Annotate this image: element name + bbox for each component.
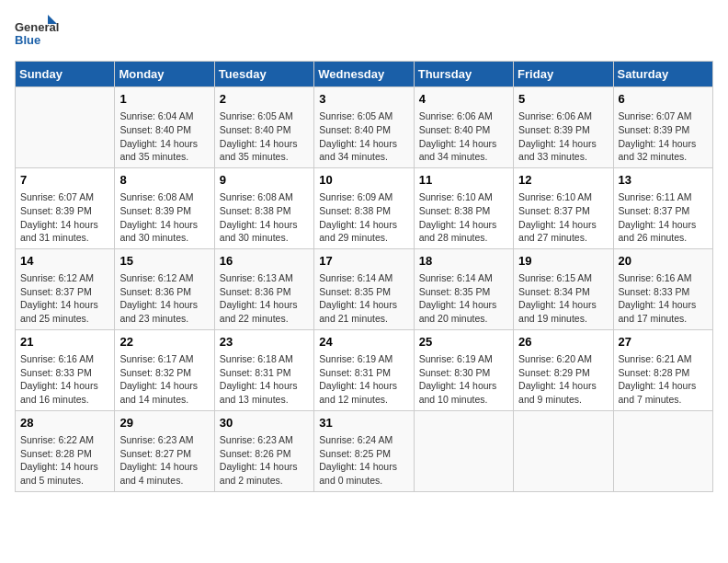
calendar-cell: 29Sunrise: 6:23 AM Sunset: 8:27 PM Dayli… [115, 410, 214, 491]
day-content: Sunrise: 6:08 AM Sunset: 8:39 PM Dayligh… [119, 190, 209, 245]
day-number: 27 [619, 334, 708, 350]
day-content: Sunrise: 6:23 AM Sunset: 8:26 PM Dayligh… [220, 433, 309, 488]
day-content: Sunrise: 6:14 AM Sunset: 8:35 PM Dayligh… [419, 271, 508, 326]
day-number: 13 [619, 172, 708, 189]
day-content: Sunrise: 6:20 AM Sunset: 8:29 PM Dayligh… [518, 352, 608, 407]
calendar-cell: 24Sunrise: 6:19 AM Sunset: 8:31 PM Dayli… [314, 329, 414, 410]
day-number: 19 [518, 253, 608, 270]
calendar-cell: 22Sunrise: 6:17 AM Sunset: 8:32 PM Dayli… [115, 329, 214, 410]
calendar-cell: 13Sunrise: 6:11 AM Sunset: 8:37 PM Dayli… [613, 167, 712, 248]
day-content: Sunrise: 6:12 AM Sunset: 8:37 PM Dayligh… [20, 271, 109, 326]
calendar-cell: 10Sunrise: 6:09 AM Sunset: 8:38 PM Dayli… [314, 167, 414, 248]
day-number: 30 [220, 415, 309, 431]
day-number: 8 [119, 172, 209, 189]
day-content: Sunrise: 6:09 AM Sunset: 8:38 PM Dayligh… [319, 190, 408, 245]
weekday-header: Tuesday [214, 62, 313, 87]
day-number: 26 [518, 334, 608, 350]
calendar-cell: 19Sunrise: 6:15 AM Sunset: 8:34 PM Dayli… [514, 248, 613, 329]
day-number: 17 [319, 253, 408, 270]
calendar-cell: 28Sunrise: 6:22 AM Sunset: 8:28 PM Dayli… [16, 410, 115, 491]
calendar-week-row: 14Sunrise: 6:12 AM Sunset: 8:37 PM Dayli… [16, 248, 713, 329]
logo: GeneralBlue [15, 15, 61, 52]
day-number: 28 [20, 415, 109, 431]
day-number: 14 [20, 253, 109, 270]
day-content: Sunrise: 6:04 AM Sunset: 8:40 PM Dayligh… [119, 109, 209, 164]
day-number: 2 [220, 91, 309, 108]
calendar-cell: 2Sunrise: 6:05 AM Sunset: 8:40 PM Daylig… [214, 87, 313, 168]
calendar-cell: 16Sunrise: 6:13 AM Sunset: 8:36 PM Dayli… [214, 248, 313, 329]
page-header: GeneralBlue [15, 15, 713, 52]
day-number: 18 [419, 253, 508, 270]
day-content: Sunrise: 6:07 AM Sunset: 8:39 PM Dayligh… [20, 190, 109, 245]
day-content: Sunrise: 6:07 AM Sunset: 8:39 PM Dayligh… [619, 109, 708, 164]
day-number: 10 [319, 172, 408, 189]
day-number: 25 [419, 334, 508, 350]
calendar-cell: 25Sunrise: 6:19 AM Sunset: 8:30 PM Dayli… [414, 329, 513, 410]
day-number: 21 [20, 334, 109, 350]
day-number: 6 [619, 91, 708, 108]
calendar-cell: 12Sunrise: 6:10 AM Sunset: 8:37 PM Dayli… [514, 167, 613, 248]
day-content: Sunrise: 6:15 AM Sunset: 8:34 PM Dayligh… [518, 271, 608, 326]
calendar-cell [613, 410, 712, 491]
day-number: 4 [419, 91, 508, 108]
calendar-cell: 9Sunrise: 6:08 AM Sunset: 8:38 PM Daylig… [214, 167, 313, 248]
calendar-cell: 3Sunrise: 6:05 AM Sunset: 8:40 PM Daylig… [314, 87, 414, 168]
day-content: Sunrise: 6:24 AM Sunset: 8:25 PM Dayligh… [319, 433, 408, 488]
day-number: 7 [20, 172, 109, 189]
day-content: Sunrise: 6:16 AM Sunset: 8:33 PM Dayligh… [20, 352, 109, 407]
weekday-header-row: SundayMondayTuesdayWednesdayThursdayFrid… [16, 62, 713, 87]
calendar-week-row: 7Sunrise: 6:07 AM Sunset: 8:39 PM Daylig… [16, 167, 713, 248]
calendar-cell: 5Sunrise: 6:06 AM Sunset: 8:39 PM Daylig… [514, 87, 613, 168]
day-content: Sunrise: 6:16 AM Sunset: 8:33 PM Dayligh… [619, 271, 708, 326]
day-content: Sunrise: 6:13 AM Sunset: 8:36 PM Dayligh… [220, 271, 309, 326]
day-number: 12 [518, 172, 608, 189]
calendar-cell [414, 410, 513, 491]
day-content: Sunrise: 6:11 AM Sunset: 8:37 PM Dayligh… [619, 190, 708, 245]
day-content: Sunrise: 6:23 AM Sunset: 8:27 PM Dayligh… [119, 433, 209, 488]
calendar-table: SundayMondayTuesdayWednesdayThursdayFrid… [15, 61, 713, 492]
day-number: 1 [119, 91, 209, 108]
day-number: 24 [319, 334, 408, 350]
day-number: 23 [220, 334, 309, 350]
weekday-header: Monday [115, 62, 214, 87]
day-content: Sunrise: 6:06 AM Sunset: 8:39 PM Dayligh… [518, 109, 608, 164]
day-number: 11 [419, 172, 508, 189]
day-content: Sunrise: 6:18 AM Sunset: 8:31 PM Dayligh… [220, 352, 309, 407]
svg-text:Blue: Blue [15, 33, 40, 47]
day-content: Sunrise: 6:10 AM Sunset: 8:37 PM Dayligh… [518, 190, 608, 245]
calendar-week-row: 21Sunrise: 6:16 AM Sunset: 8:33 PM Dayli… [16, 329, 713, 410]
calendar-cell: 8Sunrise: 6:08 AM Sunset: 8:39 PM Daylig… [115, 167, 214, 248]
day-content: Sunrise: 6:05 AM Sunset: 8:40 PM Dayligh… [220, 109, 309, 164]
calendar-cell: 20Sunrise: 6:16 AM Sunset: 8:33 PM Dayli… [613, 248, 712, 329]
calendar-cell: 6Sunrise: 6:07 AM Sunset: 8:39 PM Daylig… [613, 87, 712, 168]
calendar-cell: 15Sunrise: 6:12 AM Sunset: 8:36 PM Dayli… [115, 248, 214, 329]
calendar-cell: 11Sunrise: 6:10 AM Sunset: 8:38 PM Dayli… [414, 167, 513, 248]
calendar-cell: 30Sunrise: 6:23 AM Sunset: 8:26 PM Dayli… [214, 410, 313, 491]
weekday-header: Wednesday [314, 62, 414, 87]
calendar-cell: 14Sunrise: 6:12 AM Sunset: 8:37 PM Dayli… [16, 248, 115, 329]
calendar-cell: 17Sunrise: 6:14 AM Sunset: 8:35 PM Dayli… [314, 248, 414, 329]
day-content: Sunrise: 6:05 AM Sunset: 8:40 PM Dayligh… [319, 109, 408, 164]
day-content: Sunrise: 6:06 AM Sunset: 8:40 PM Dayligh… [419, 109, 508, 164]
calendar-cell: 1Sunrise: 6:04 AM Sunset: 8:40 PM Daylig… [115, 87, 214, 168]
weekday-header: Saturday [613, 62, 712, 87]
calendar-cell: 7Sunrise: 6:07 AM Sunset: 8:39 PM Daylig… [16, 167, 115, 248]
day-content: Sunrise: 6:12 AM Sunset: 8:36 PM Dayligh… [119, 271, 209, 326]
weekday-header: Sunday [16, 62, 115, 87]
weekday-header: Friday [514, 62, 613, 87]
calendar-cell: 27Sunrise: 6:21 AM Sunset: 8:28 PM Dayli… [613, 329, 712, 410]
calendar-week-row: 28Sunrise: 6:22 AM Sunset: 8:28 PM Dayli… [16, 410, 713, 491]
calendar-week-row: 1Sunrise: 6:04 AM Sunset: 8:40 PM Daylig… [16, 87, 713, 168]
calendar-cell [514, 410, 613, 491]
day-number: 20 [619, 253, 708, 270]
calendar-cell: 23Sunrise: 6:18 AM Sunset: 8:31 PM Dayli… [214, 329, 313, 410]
day-number: 15 [119, 253, 209, 270]
day-number: 3 [319, 91, 408, 108]
day-content: Sunrise: 6:10 AM Sunset: 8:38 PM Dayligh… [419, 190, 508, 245]
day-number: 31 [319, 415, 408, 431]
calendar-cell: 26Sunrise: 6:20 AM Sunset: 8:29 PM Dayli… [514, 329, 613, 410]
day-content: Sunrise: 6:08 AM Sunset: 8:38 PM Dayligh… [220, 190, 309, 245]
day-content: Sunrise: 6:21 AM Sunset: 8:28 PM Dayligh… [619, 352, 708, 407]
day-number: 22 [119, 334, 209, 350]
day-number: 29 [119, 415, 209, 431]
